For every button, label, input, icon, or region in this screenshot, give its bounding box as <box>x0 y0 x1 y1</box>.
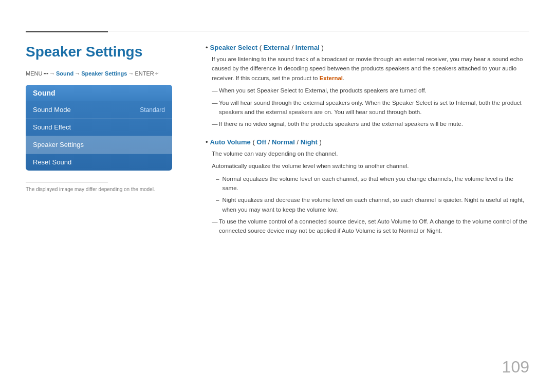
breadcrumb-enter: ENTER <box>135 70 154 77</box>
auto-volume-body1: The volume can vary depending on the cha… <box>212 149 529 158</box>
page-number: 109 <box>502 358 529 377</box>
auto-volume-off: Off <box>256 138 266 146</box>
auto-volume-title-text: Auto Volume ( Off / Normal / Night ) <box>210 138 322 146</box>
speaker-select-parens: ( <box>260 44 262 51</box>
left-column: Speaker Settings MENU ▪▪▪ → Sound → Spea… <box>26 36 185 245</box>
menu-item-reset-sound-label: Reset Sound <box>33 158 71 166</box>
auto-volume-ref1: Auto Volume <box>377 218 411 225</box>
night-bold2: Night <box>465 197 478 203</box>
auto-volume-dash2: Night equalizes and decrease the volume … <box>216 195 529 214</box>
auto-volume-note: To use the volume control of a connected… <box>212 217 529 236</box>
menu-item-sound-mode[interactable]: Sound Mode Standard <box>26 101 172 119</box>
normal-ref: Normal <box>399 228 418 234</box>
content-area: Speaker Settings MENU ▪▪▪ → Sound → Spea… <box>26 36 529 245</box>
auto-volume-dash1-text: Normal equalizes the volume level on eac… <box>222 174 529 193</box>
menu-item-sound-mode-label: Sound Mode <box>33 106 71 114</box>
auto-volume-normal: Normal <box>272 138 295 146</box>
speaker-select-note3: If there is no video signal, both the pr… <box>212 119 529 128</box>
speaker-select-bold2: Speaker Select <box>392 100 432 106</box>
menu-item-speaker-settings-label: Speaker Settings <box>33 141 84 148</box>
auto-volume-parens: ( <box>252 138 254 146</box>
sound-panel-header: Sound <box>26 85 172 101</box>
speaker-select-section: Speaker Select ( External / Internal ) I… <box>206 44 529 129</box>
speaker-select-external: External <box>264 44 290 51</box>
auto-volume-dash1: Normal equalizes the volume level on eac… <box>216 174 529 193</box>
breadcrumb-arrow3: → <box>128 70 134 77</box>
auto-volume-ref2: Auto Volume <box>342 228 375 234</box>
night-bold: Night <box>222 197 236 203</box>
auto-volume-body2: Automatically equalize the volume level … <box>212 161 529 171</box>
speaker-select-body: If you are listening to the sound track … <box>212 54 529 83</box>
breadcrumb-text: MENU <box>26 70 42 77</box>
speaker-select-close: ) <box>321 44 323 51</box>
menu-item-sound-effect-label: Sound Effect <box>33 123 71 131</box>
external-text: External <box>320 75 343 81</box>
footnote-divider <box>26 182 108 182</box>
internal-bold: Internal <box>456 100 475 106</box>
page-container: Speaker Settings MENU ▪▪▪ → Sound → Spea… <box>0 0 555 392</box>
auto-volume-title: Auto Volume ( Off / Normal / Night ) <box>206 138 529 146</box>
menu-item-speaker-settings[interactable]: Speaker Settings <box>26 136 172 154</box>
top-divider-short <box>26 31 108 32</box>
auto-volume-night: Night <box>301 138 318 146</box>
right-column: Speaker Select ( External / Internal ) I… <box>206 36 529 245</box>
sound-panel: Sound Sound Mode Standard Sound Effect S… <box>26 85 172 171</box>
speaker-select-title-text: Speaker Select ( External / Internal ) <box>210 44 324 51</box>
menu-icon: ▪▪▪ <box>43 71 48 76</box>
breadcrumb-arrow2: → <box>75 70 80 77</box>
breadcrumb-arrow1: → <box>49 70 55 77</box>
speaker-select-note1: When you set Speaker Select to External,… <box>212 86 529 95</box>
menu-item-sound-mode-value: Standard <box>140 106 165 114</box>
speaker-select-title: Speaker Select ( External / Internal ) <box>206 44 529 51</box>
speaker-select-slash: / <box>292 44 295 51</box>
speaker-select-bold1: Speaker Select <box>257 87 297 94</box>
auto-volume-section: Auto Volume ( Off / Normal / Night ) The… <box>206 138 529 236</box>
auto-volume-dash2-text: Night equalizes and decrease the volume … <box>222 195 529 214</box>
auto-volume-slash2: / <box>297 138 300 146</box>
footnote: The displayed image may differ depending… <box>26 186 185 192</box>
auto-volume-off-ref: Off <box>419 218 427 225</box>
menu-item-sound-effect[interactable]: Sound Effect <box>26 119 172 136</box>
breadcrumb: MENU ▪▪▪ → Sound → Speaker Settings → EN… <box>26 70 185 77</box>
auto-volume-slash1: / <box>268 138 272 146</box>
page-title: Speaker Settings <box>26 44 185 60</box>
breadcrumb-sound: Sound <box>56 70 73 77</box>
normal-bold: Normal <box>222 176 241 182</box>
enter-icon: ↵ <box>155 71 159 76</box>
speaker-select-note2: You will hear sound through the external… <box>212 98 529 117</box>
auto-volume-close: ) <box>320 138 322 146</box>
night-ref: Night <box>427 228 440 234</box>
breadcrumb-speaker: Speaker Settings <box>81 70 127 77</box>
auto-volume-bold: Auto Volume <box>210 138 251 146</box>
menu-item-reset-sound[interactable]: Reset Sound <box>26 154 172 171</box>
speaker-select-internal: Internal <box>295 44 320 51</box>
external-bold1: External <box>305 87 327 94</box>
speaker-select-bold: Speaker Select <box>210 44 258 51</box>
